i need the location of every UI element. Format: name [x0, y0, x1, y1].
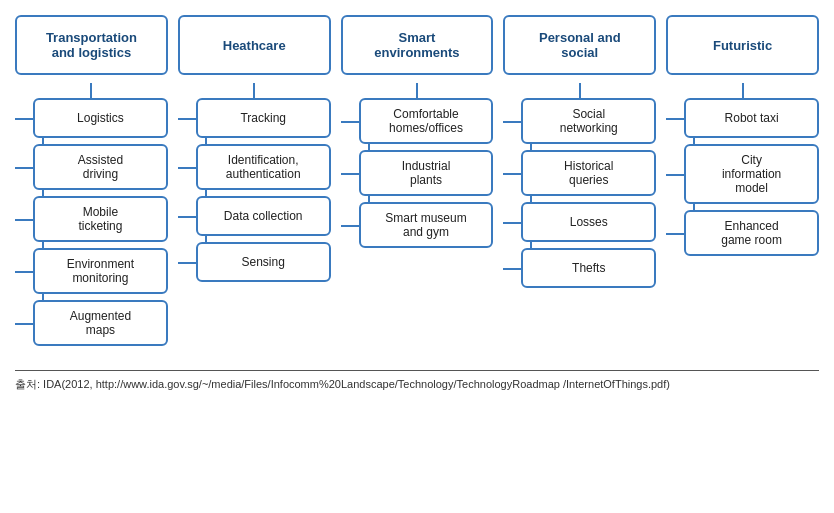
item-box-transportation-3: Environment monitoring	[33, 248, 168, 294]
item-row: Environment monitoring	[33, 248, 168, 294]
category-header-healthcare: Heathcare	[178, 15, 331, 75]
item-box-personal-social-0: Social networking	[521, 98, 656, 144]
item-row: City information model	[684, 144, 819, 204]
footer-text: 출처: IDA(2012, http://www.ida.gov.sg/~/me…	[15, 378, 670, 390]
category-header-smart-environments: Smart environments	[341, 15, 494, 75]
items-container-futuristic: Robot taxiCity information modelEnhanced…	[666, 98, 819, 262]
item-box-healthcare-3: Sensing	[196, 242, 331, 282]
item-box-transportation-4: Augmented maps	[33, 300, 168, 346]
items-container-smart-environments: Comfortable homes/officesIndustrial plan…	[341, 98, 494, 254]
connector-transportation	[90, 83, 92, 98]
item-row: Identification, authentication	[196, 144, 331, 190]
item-box-futuristic-0: Robot taxi	[684, 98, 819, 138]
item-row: Assisted driving	[33, 144, 168, 190]
item-row: Data collection	[196, 196, 331, 236]
item-box-healthcare-2: Data collection	[196, 196, 331, 236]
item-row: Mobile ticketing	[33, 196, 168, 242]
item-box-transportation-2: Mobile ticketing	[33, 196, 168, 242]
connector-futuristic	[742, 83, 744, 98]
item-box-personal-social-1: Historical queries	[521, 150, 656, 196]
item-box-smart-environments-0: Comfortable homes/offices	[359, 98, 494, 144]
item-row: Logistics	[33, 98, 168, 138]
item-row: Social networking	[521, 98, 656, 144]
items-container-healthcare: TrackingIdentification, authenticationDa…	[178, 98, 331, 288]
connector-healthcare	[253, 83, 255, 98]
item-row: Thefts	[521, 248, 656, 288]
item-box-smart-environments-1: Industrial plants	[359, 150, 494, 196]
item-row: Enhanced game room	[684, 210, 819, 256]
category-header-personal-social: Personal and social	[503, 15, 656, 75]
connector-smart-environments	[416, 83, 418, 98]
item-box-personal-social-2: Losses	[521, 202, 656, 242]
item-row: Industrial plants	[359, 150, 494, 196]
category-header-transportation: Transportation and logistics	[15, 15, 168, 75]
item-box-healthcare-1: Identification, authentication	[196, 144, 331, 190]
item-box-transportation-0: Logistics	[33, 98, 168, 138]
item-row: Losses	[521, 202, 656, 242]
item-row: Comfortable homes/offices	[359, 98, 494, 144]
items-container-personal-social: Social networkingHistorical queriesLosse…	[503, 98, 656, 294]
item-box-transportation-1: Assisted driving	[33, 144, 168, 190]
item-box-futuristic-1: City information model	[684, 144, 819, 204]
item-box-futuristic-2: Enhanced game room	[684, 210, 819, 256]
item-box-personal-social-3: Thefts	[521, 248, 656, 288]
item-box-healthcare-0: Tracking	[196, 98, 331, 138]
column-transportation: Transportation and logisticsLogisticsAss…	[15, 15, 168, 352]
item-row: Tracking	[196, 98, 331, 138]
column-healthcare: HeathcareTrackingIdentification, authent…	[178, 15, 331, 288]
footer: 출처: IDA(2012, http://www.ida.gov.sg/~/me…	[15, 370, 819, 393]
category-header-futuristic: Futuristic	[666, 15, 819, 75]
item-row: Sensing	[196, 242, 331, 282]
item-row: Smart museum and gym	[359, 202, 494, 248]
item-box-smart-environments-2: Smart museum and gym	[359, 202, 494, 248]
column-smart-environments: Smart environmentsComfortable homes/offi…	[341, 15, 494, 254]
column-futuristic: FuturisticRobot taxiCity information mod…	[666, 15, 819, 262]
item-row: Augmented maps	[33, 300, 168, 346]
item-row: Robot taxi	[684, 98, 819, 138]
column-personal-social: Personal and socialSocial networkingHist…	[503, 15, 656, 294]
connector-personal-social	[579, 83, 581, 98]
items-container-transportation: LogisticsAssisted drivingMobile ticketin…	[15, 98, 168, 352]
diagram-container: Transportation and logisticsLogisticsAss…	[15, 10, 819, 362]
item-row: Historical queries	[521, 150, 656, 196]
